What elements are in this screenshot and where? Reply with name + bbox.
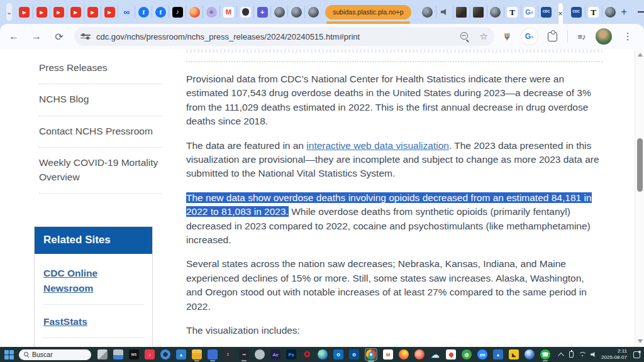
edge-browser-icon[interactable] [318, 349, 328, 359]
wifi-icon[interactable] [579, 352, 586, 357]
tab-site[interactable] [419, 6, 436, 18]
hidden-icons-chevron[interactable] [558, 352, 564, 358]
filmstrip-app-icon[interactable]: ≡ [223, 349, 233, 359]
address-bar[interactable]: cdc.gov/nchs/pressroom/nchs_press_releas… [74, 27, 494, 46]
photos-icon[interactable]: ▲ [176, 349, 186, 359]
onedrive-icon[interactable]: ☁ [430, 349, 440, 359]
ubuntu-icon[interactable]: ◎ [462, 349, 472, 359]
tab-image[interactable] [453, 6, 470, 18]
gallery-icon[interactable]: ▲ [493, 349, 503, 359]
zoom-out-icon[interactable] [460, 32, 470, 41]
volume-icon[interactable] [591, 352, 596, 357]
link-cdc-online-newsroom[interactable]: CDC Online Newsroom [43, 256, 143, 305]
scroll-up-arrow[interactable] [638, 53, 643, 57]
whisk-extension-icon[interactable]: ⋔ [503, 31, 511, 42]
minimize-button[interactable] [627, 0, 644, 24]
outlook-icon[interactable]: o [333, 349, 343, 359]
usb-icon[interactable] [569, 351, 574, 358]
whatsapp-icon[interactable]: ☎ [540, 349, 550, 359]
tab-site[interactable] [602, 6, 619, 18]
forward-button[interactable]: → [28, 28, 45, 45]
tab-reddit[interactable] [186, 6, 203, 18]
tab-site[interactable] [304, 6, 321, 18]
extensions-puzzle-icon[interactable] [548, 32, 557, 41]
ring-app-icon[interactable] [160, 349, 170, 359]
tab-nytimes[interactable]: T [585, 6, 602, 18]
tab-site[interactable] [287, 6, 304, 18]
tab-youtube[interactable]: ▶ [33, 6, 50, 18]
url-text[interactable]: cdc.gov/nchs/pressroom/nchs_press_releas… [96, 32, 460, 41]
tab-search-button[interactable]: ⌄ [6, 3, 12, 21]
interactive-visualization-link[interactable]: interactive web data visualization [306, 140, 449, 151]
bookmark-star-icon[interactable]: ☆ [480, 31, 488, 42]
taskbar-clock[interactable]: 2:11 2025-08-07 [601, 348, 627, 361]
blue-app-icon[interactable] [208, 349, 218, 359]
tab-cdc[interactable]: CDC [538, 6, 555, 18]
tab-spotify[interactable]: ≡ [203, 6, 219, 18]
link-faststats[interactable]: FastStats [43, 305, 143, 338]
tab-youtube[interactable]: ▶ [67, 6, 84, 18]
gmail-taskbar-icon[interactable]: M [383, 349, 393, 359]
outlook-alt-icon[interactable]: o [349, 349, 359, 359]
scrollbar-thumb[interactable] [637, 138, 643, 192]
close-tab-icon[interactable]: × [558, 9, 563, 18]
notifications-icon[interactable] [633, 351, 640, 358]
article-main: Provisional data from CDC’s National Cen… [186, 49, 644, 347]
tab-translate[interactable]: Gx [521, 6, 538, 18]
tab-facebook[interactable]: f [135, 6, 152, 18]
zoom-app-icon[interactable]: zm [477, 349, 487, 359]
tab-youtube[interactable]: ▶ [101, 6, 118, 18]
file-explorer-icon[interactable] [192, 349, 202, 359]
task-view-icon[interactable] [97, 349, 108, 359]
tab-cdc[interactable]: CDC [568, 6, 585, 18]
tab-tiktok[interactable]: ♪ [169, 6, 186, 18]
tab-gmail[interactable]: M [219, 6, 236, 18]
sidebar-item-nchs-blog[interactable]: NCHS Blog [39, 84, 162, 116]
after-effects-icon[interactable]: Ae [270, 349, 280, 359]
chrome-active-app[interactable] [365, 348, 377, 361]
back-button[interactable]: ← [5, 28, 23, 45]
google-maps-icon[interactable] [446, 349, 456, 359]
sidebar-item-covid-mortality[interactable]: Weekly COVID-19 Mortality Overview [39, 148, 162, 194]
tab-youtube[interactable]: ▶ [84, 6, 101, 18]
tab-audio-playing[interactable] [436, 6, 453, 18]
opera-icon[interactable]: O [302, 349, 312, 359]
nsis-icon[interactable]: NS [129, 349, 139, 359]
tab-apple[interactable] [236, 6, 253, 18]
mouse-utility-icon[interactable] [255, 349, 265, 359]
orange-app-icon[interactable] [414, 349, 425, 359]
globe-icon [274, 7, 285, 18]
site-info-icon[interactable] [80, 32, 91, 41]
sidebar-item-contact[interactable]: Contact NCHS Pressroom [39, 116, 162, 148]
firefox-icon[interactable] [399, 349, 409, 359]
start-button[interactable] [4, 350, 14, 359]
tab-youtube[interactable]: ▶ [16, 6, 33, 18]
reload-button[interactable]: ⟳ [50, 28, 68, 45]
menu-kebab-icon[interactable]: ⋮ [622, 31, 639, 42]
tab-youtube[interactable]: ▶ [50, 6, 67, 18]
new-tab-button[interactable]: + [621, 4, 627, 20]
tab-nytimes[interactable]: T [504, 6, 521, 18]
tab-group-label[interactable]: subidas.plastic.pla.no+p [325, 5, 411, 19]
sidebar-item-press-releases[interactable]: Press Releases [39, 53, 162, 84]
profile-avatar[interactable] [596, 28, 612, 45]
tab-site[interactable] [270, 6, 287, 18]
scroll-down-arrow[interactable] [638, 339, 643, 343]
photoshop-icon[interactable]: Ps [286, 349, 296, 359]
media-controls-icon[interactable]: ≡♪ [578, 32, 586, 41]
tab-meta[interactable]: ∞ [118, 6, 135, 18]
google-translate-icon[interactable]: Gx [521, 28, 538, 45]
active-tab[interactable]: × [558, 3, 563, 24]
notes-icon[interactable]: ◣ [509, 349, 519, 359]
network-sphere-icon[interactable] [525, 349, 535, 359]
tab-image[interactable] [470, 6, 487, 18]
youtube-icon: ▶ [36, 7, 47, 18]
tab-purple-app[interactable]: + [253, 6, 270, 18]
tab-site[interactable] [487, 6, 504, 18]
page-scrollbar[interactable] [635, 49, 644, 347]
davinci-resolve-icon[interactable]: ••• [239, 349, 249, 359]
music-app-icon[interactable]: ♪ [145, 349, 155, 359]
file-manager-icon[interactable] [113, 349, 123, 359]
taskbar-search[interactable]: Buscar [19, 349, 91, 360]
tab-facebook[interactable]: f [152, 6, 169, 18]
